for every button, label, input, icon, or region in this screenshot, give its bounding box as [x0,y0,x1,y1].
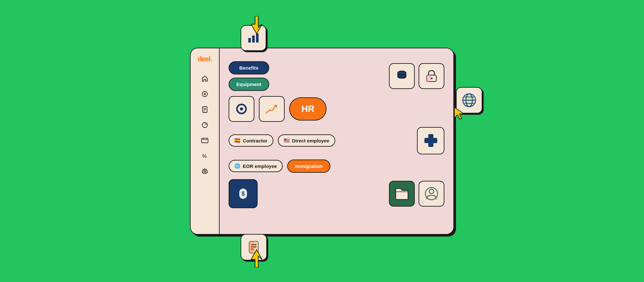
medical-cross-icon [423,132,439,149]
svg-rect-1 [252,35,255,43]
trend-chart-card[interactable] [259,96,285,122]
lock-card[interactable] [419,63,444,89]
row-4: 🌐 EOR employee Immigration [229,160,444,173]
row-2: HR [229,96,444,122]
sidebar: deel. [191,48,220,234]
circle-ring-card[interactable] [229,96,254,122]
circle-ring-icon [234,102,249,116]
svg-point-8 [463,94,476,107]
document-sidebar-icon[interactable] [198,103,211,116]
dollar-icon: $ [236,187,250,201]
document-floating-card [241,234,267,260]
svg-text:%: % [202,153,207,159]
lock-icon [425,69,438,83]
person-icon [425,187,438,200]
benefits-pill[interactable]: Benefits [229,61,269,74]
bar-chart-floating-card [241,25,266,51]
percent-sidebar-icon[interactable]: % [198,150,211,162]
database-card[interactable] [389,63,415,89]
home-sidebar-icon[interactable] [198,72,211,85]
equipment-pill[interactable]: Equipment [229,78,269,91]
logo: deel. [197,55,212,63]
svg-rect-31 [427,75,432,82]
svg-text:$: $ [242,190,245,197]
svg-rect-14 [249,241,254,253]
svg-rect-2 [256,34,259,43]
folder-card[interactable] [389,181,415,207]
row-5: $ [229,179,444,208]
settings-sidebar-icon[interactable] [198,165,211,178]
database-icon [395,69,409,83]
hr-pill[interactable]: HR [289,97,327,121]
trend-chart-icon [264,102,279,116]
eor-employee-pill[interactable]: 🌐 EOR employee [229,160,283,172]
medical-cross-card[interactable] [417,127,444,154]
add-sidebar-icon[interactable] [198,88,211,101]
contractor-flag: 🇪🇸 [234,138,241,143]
row-3: 🇪🇸 Contractor 🇺🇸 Direct employee [229,127,444,154]
row-1: Benefits Equipment [229,61,444,91]
eor-flag: 🌐 [234,163,241,169]
person-card[interactable] [419,181,444,207]
direct-employee-pill[interactable]: 🇺🇸 Direct employee [278,134,335,147]
svg-point-33 [240,107,243,111]
svg-point-26 [204,170,206,172]
svg-point-28 [398,74,406,78]
direct-employee-flag: 🇺🇸 [284,138,290,143]
svg-rect-0 [248,38,251,43]
svg-rect-35 [424,138,437,143]
dollar-card[interactable]: $ [229,179,258,208]
chart-sidebar-icon[interactable] [198,119,211,131]
document-icon [247,240,261,254]
svg-rect-23 [202,138,208,143]
contractor-pill[interactable]: 🇪🇸 Contractor [229,134,273,147]
immigration-pill[interactable]: Immigration [287,160,330,173]
globe-icon [461,92,477,108]
globe-floating-card[interactable] [456,87,482,113]
bar-chart-icon [246,31,260,45]
card-sidebar-icon[interactable] [198,134,211,147]
svg-point-38 [429,189,434,194]
folder-icon [394,187,409,200]
main-card: deel. [190,48,454,235]
content-area: Benefits Equipment [220,48,453,234]
